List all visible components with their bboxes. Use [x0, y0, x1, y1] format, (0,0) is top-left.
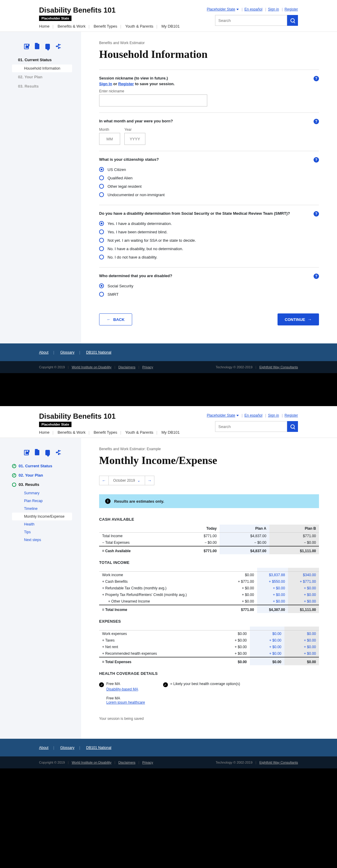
- radio-yes-blind[interactable]: Yes. I have been determined blind.: [99, 228, 319, 236]
- chevron-down-icon: ⌄: [137, 478, 140, 483]
- radio-smrt[interactable]: SMRT: [99, 290, 319, 299]
- signin-inline[interactable]: Sign In: [99, 82, 112, 86]
- sub-next[interactable]: Next steps: [12, 536, 72, 544]
- lorem-link[interactable]: Lorem ipsum healthcare: [106, 700, 145, 705]
- register-link[interactable]: Register: [284, 7, 298, 11]
- nav-mydb101[interactable]: My DB101: [162, 24, 180, 29]
- search: [215, 15, 298, 26]
- radio-us-citizen[interactable]: US Citizen: [99, 165, 319, 174]
- nickname-input[interactable]: [99, 94, 207, 106]
- chat-icon[interactable]: [45, 450, 50, 455]
- step-2[interactable]: 02. Your Plan: [12, 471, 72, 480]
- search-button[interactable]: [287, 421, 298, 432]
- signin-link[interactable]: Sign in: [268, 7, 279, 11]
- radio-no-disability[interactable]: No. I do not have a disability.: [99, 253, 319, 261]
- radio-no-determination[interactable]: No. I have a disability, but no determin…: [99, 244, 319, 253]
- health-heading: HEALTH COVERAGE DETAILS: [99, 671, 319, 676]
- sidebar: 01. Current Status 02. Your Plan 03. Res…: [0, 438, 81, 739]
- q-birth: ? In what month and year were you born? …: [99, 113, 319, 151]
- radio-other-resident[interactable]: Other legal resident: [99, 182, 319, 190]
- search-input[interactable]: [215, 15, 287, 26]
- step-1[interactable]: 01. Current Status: [12, 55, 72, 64]
- main-content: Benefits and Work Estimator Household In…: [81, 32, 337, 343]
- footer-glossary[interactable]: Glossary: [60, 350, 74, 354]
- search-icon: [290, 18, 294, 23]
- sub-summary[interactable]: Summary: [12, 489, 72, 497]
- health-details: ✓Free MA Disability-based MA Free MA Lor…: [99, 682, 319, 705]
- cash-table: TodayPlan APlan B Total Income$771.00$4,…: [99, 525, 319, 554]
- state-selector[interactable]: Placeholder State: [207, 7, 239, 11]
- save-icon[interactable]: [24, 450, 29, 455]
- step-1[interactable]: 01. Current Status: [12, 461, 72, 471]
- cash-heading: CASH AVAILABLE: [99, 517, 319, 522]
- expenses-table: Work expenses$0.00$0.00$0.00 + Taxes+ $0…: [99, 626, 319, 665]
- q-text: Session nickname (to view in future.): [99, 76, 319, 81]
- page-title: Household Information: [99, 48, 319, 61]
- help-icon[interactable]: ?: [314, 274, 319, 279]
- check-icon: ✓: [163, 682, 168, 687]
- folder-icon[interactable]: [35, 44, 40, 49]
- header: Disability Benefits 101 Placeholder Stat…: [0, 406, 337, 427]
- year-input[interactable]: [124, 133, 145, 145]
- footer-about[interactable]: About: [39, 350, 48, 354]
- state-tag: Placeholder State: [39, 422, 72, 427]
- sub-recap[interactable]: Plan Recap: [12, 497, 72, 505]
- step-3[interactable]: 03. Results: [12, 82, 72, 91]
- radio-ss[interactable]: Social Security: [99, 282, 319, 290]
- disability-ma-link[interactable]: Disability-based MA: [106, 687, 138, 691]
- chevron-down-icon: [236, 9, 239, 10]
- continue-button[interactable]: CONTINUE→: [278, 313, 319, 326]
- radio-undocumented[interactable]: Undocumented or non-immigrant: [99, 190, 319, 199]
- state-tag: Placeholder State: [39, 16, 72, 21]
- month-input[interactable]: [99, 133, 120, 145]
- search-input[interactable]: [215, 421, 287, 432]
- check-icon: ✓: [99, 682, 104, 687]
- nav-youth[interactable]: Youth & Parents: [125, 24, 153, 29]
- share-icon[interactable]: [56, 44, 60, 49]
- share-icon[interactable]: [56, 450, 60, 455]
- back-button[interactable]: ←BACK: [99, 313, 132, 326]
- header: Disability Benefits 101 Placeholder Stat…: [0, 0, 337, 21]
- chat-icon[interactable]: [45, 44, 50, 49]
- sub-tips[interactable]: Tips: [12, 528, 72, 536]
- saving-msg: Your session is being saved: [99, 716, 319, 721]
- search-button[interactable]: [287, 15, 298, 26]
- sub-timeline[interactable]: Timeline: [12, 505, 72, 513]
- nav-benefit-types[interactable]: Benefit Types: [94, 24, 117, 29]
- info-banner: i Results are estimates only.: [99, 494, 319, 508]
- radio-not-yet[interactable]: Not yet. I am waiting for SSA or the sta…: [99, 236, 319, 244]
- help-icon[interactable]: ?: [314, 119, 319, 124]
- top-links: Placeholder State |En español |Sign in |…: [207, 413, 298, 417]
- substep-household[interactable]: Household Information: [12, 64, 72, 72]
- lang-link[interactable]: En español: [245, 7, 262, 11]
- state-selector[interactable]: Placeholder State: [207, 413, 239, 417]
- save-icon[interactable]: [24, 44, 29, 49]
- help-icon[interactable]: ?: [314, 157, 319, 162]
- register-inline[interactable]: Register: [118, 82, 134, 86]
- help-icon[interactable]: ?: [314, 76, 319, 81]
- nav-benefits-work[interactable]: Benefits & Work: [58, 24, 86, 29]
- income-table: Work income$0.00$3,837.88$340.00 + Cash …: [99, 568, 319, 613]
- main-content: Benefits and Work Estimator: Example Mon…: [81, 438, 337, 739]
- footer-legal: Copyright © 2019|World Institute on Disa…: [0, 361, 337, 373]
- radio-qualified-alien[interactable]: Qualified Alien: [99, 174, 319, 182]
- sub-health[interactable]: Health: [12, 520, 72, 528]
- step-2[interactable]: 02. Your Plan: [12, 72, 72, 82]
- radio-yes-determination[interactable]: Yes. I have a disability determination.: [99, 219, 319, 228]
- nickname-label: Enter nickname: [99, 89, 319, 93]
- sub-monthly[interactable]: Monthly Income/Expense: [12, 513, 72, 520]
- folder-icon[interactable]: [35, 450, 40, 455]
- next-month-button[interactable]: →: [145, 476, 155, 485]
- q-disability: ? Do you have a disability determination…: [99, 205, 319, 267]
- month-dropdown[interactable]: October 2019⌄: [109, 476, 145, 485]
- help-icon[interactable]: ?: [314, 211, 319, 217]
- income-heading: TOTAL INCOME: [99, 560, 319, 565]
- sidebar: 01. Current Status Household Information…: [0, 32, 81, 343]
- prev-month-button[interactable]: ←: [99, 476, 109, 485]
- step-3[interactable]: 03. Results: [12, 480, 72, 489]
- nav-home[interactable]: Home: [39, 24, 50, 29]
- top-links: Placeholder State |En español |Sign in |…: [207, 7, 298, 11]
- footer-national[interactable]: DB101 National: [86, 350, 111, 354]
- breadcrumb: Benefits and Work Estimator: [99, 41, 319, 45]
- q-citizenship: ? What is your citizenship status? US Ci…: [99, 151, 319, 205]
